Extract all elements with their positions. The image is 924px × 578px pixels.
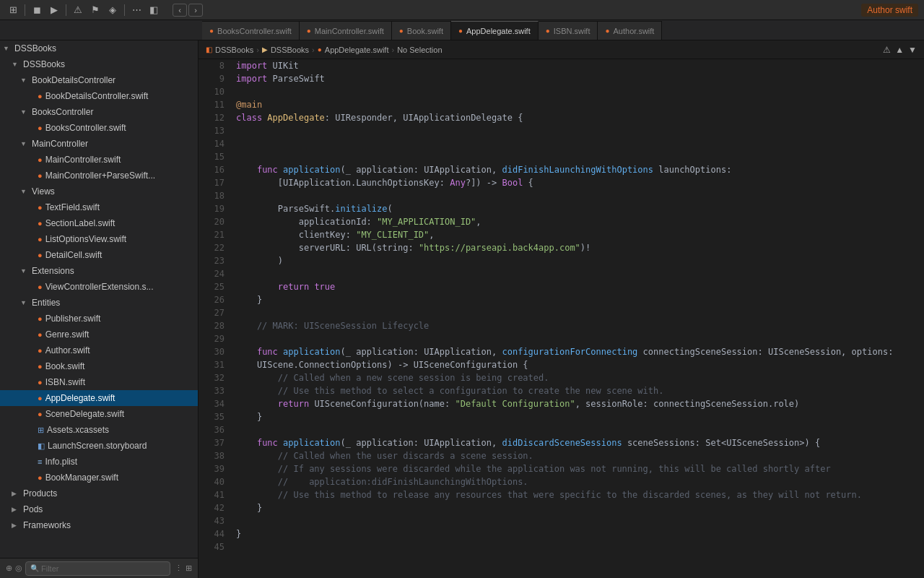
stop-icon[interactable]: ◼	[30, 3, 44, 17]
grid-icon[interactable]: ⊞	[6, 3, 20, 17]
sidebar-item-detailcell-swift[interactable]: ● DetailCell.swift	[0, 247, 198, 263]
shape-icon[interactable]: ◧	[147, 3, 161, 17]
sidebar-item-maincontroller-parse-swift[interactable]: ● MainController+ParseSwift...	[0, 168, 198, 184]
code-line	[236, 423, 914, 436]
tab-book[interactable]: ● Book.swift	[392, 21, 451, 40]
sidebar-item-entities[interactable]: ▼ Entities	[0, 295, 198, 311]
code-content[interactable]: import UIKitimport ParseSwift @mainclass…	[230, 59, 914, 578]
code-line: // MARK: UISceneSession Lifecycle	[236, 319, 914, 332]
tree-item-label: BookDetailsController.swift	[45, 91, 149, 101]
line-number: 14	[199, 137, 225, 150]
sidebar-item-listoptionsview-swift[interactable]: ● ListOptionsView.swift	[0, 231, 198, 247]
sidebar-item-bookdetailscontroller-swift[interactable]: ● BookDetailsController.swift	[0, 88, 198, 104]
tab-isbn[interactable]: ● ISBN.swift	[539, 21, 598, 40]
tree-item-label: MainController	[32, 139, 88, 149]
code-editor[interactable]: 8910111213141516171819202122232425262728…	[199, 59, 924, 578]
sidebar-view-icon[interactable]: ⋮	[175, 564, 183, 573]
sidebar-item-extensions[interactable]: ▼ Extensions	[0, 263, 198, 279]
file-icon: ●	[38, 378, 43, 387]
line-number: 22	[199, 241, 225, 254]
filter-box[interactable]: 🔍 Filter	[25, 561, 170, 576]
sidebar-item-author-swift[interactable]: ● Author.swift	[0, 342, 198, 358]
line-number: 31	[199, 358, 225, 371]
sidebar-item-pods[interactable]: ▶ Pods	[0, 501, 198, 517]
tab-app-delegate[interactable]: ● AppDelegate.swift	[451, 21, 539, 40]
swift-icon: ●	[605, 27, 609, 35]
line-number: 35	[199, 410, 225, 423]
breadcrumb-sep-2: ›	[312, 46, 315, 54]
sidebar-item-bookscontroller[interactable]: ▼ BooksController	[0, 104, 198, 120]
code-line: }	[236, 410, 914, 423]
line-number: 26	[199, 293, 225, 306]
sidebar-item-isbn-swift[interactable]: ● ISBN.swift	[0, 374, 198, 390]
diff-icon[interactable]: ⋯	[129, 3, 144, 17]
breadcrumb-down-icon[interactable]: ▼	[908, 45, 917, 55]
line-number: 28	[199, 319, 225, 332]
tab-author[interactable]: ● Author.swift	[598, 21, 662, 40]
sidebar-item-book-swift[interactable]: ● Book.swift	[0, 358, 198, 374]
sidebar-item-viewcontrollerextension-swift[interactable]: ● ViewControllerExtension.s...	[0, 279, 198, 295]
tab-books-controller[interactable]: ● BooksController.swift	[202, 21, 300, 40]
swift-icon: ●	[546, 27, 550, 35]
sidebar-item-assets-xcassets[interactable]: ⊞ Assets.xcassets	[0, 422, 198, 438]
sidebar-item-textfield-swift[interactable]: ● TextField.swift	[0, 199, 198, 215]
warning-icon[interactable]: ⚠	[71, 3, 85, 17]
line-number: 30	[199, 345, 225, 358]
line-number: 18	[199, 189, 225, 202]
code-line: clientKey: "MY_CLIENT_ID",	[236, 228, 914, 241]
sidebar-item-scenedelegate-swift[interactable]: ● SceneDelegate.swift	[0, 406, 198, 422]
tree-item-label: BooksController	[32, 107, 93, 117]
nav-forward-button[interactable]: ›	[188, 4, 203, 17]
sidebar-item-appdelegate-swift[interactable]: ● AppDelegate.swift	[0, 390, 198, 406]
sidebar-item-genre-swift[interactable]: ● Genre.swift	[0, 327, 198, 342]
line-number: 27	[199, 306, 225, 319]
file-icon: ●	[38, 219, 43, 228]
code-line: return UISceneConfiguration(name: "Defau…	[236, 397, 914, 410]
code-line: return true	[236, 280, 914, 293]
file-icon: ●	[38, 314, 43, 323]
tree-item-label: Views	[32, 186, 55, 197]
tree-item-label: ISBN.swift	[45, 377, 85, 387]
bookmark-icon[interactable]: ◈	[105, 3, 120, 17]
sidebar-item-bookmanager-swift[interactable]: ● BookManager.swift	[0, 470, 198, 486]
code-line	[236, 332, 914, 345]
tab-label: ISBN.swift	[554, 27, 590, 35]
file-icon: ●	[38, 282, 43, 291]
breadcrumb-actions: ⚠ ▲ ▼	[883, 45, 917, 55]
sidebar-item-dssbooks-root[interactable]: ▼ DSSBooks	[0, 40, 198, 56]
sidebar-footer-icon2: ◎	[15, 564, 22, 573]
sidebar-expand-icon[interactable]: ⊞	[186, 564, 192, 573]
tab-main-controller[interactable]: ● MainController.swift	[300, 21, 392, 40]
tab-label: Author.swift	[614, 27, 655, 35]
sidebar-item-sectionlabel-swift[interactable]: ● SectionLabel.swift	[0, 215, 198, 231]
line-numbers: 8910111213141516171819202122232425262728…	[199, 59, 230, 578]
run-icon[interactable]: ▶	[47, 3, 61, 17]
file-icon: ●	[38, 330, 43, 339]
code-line: @main	[236, 98, 914, 111]
sidebar-item-frameworks[interactable]: ▶ Frameworks	[0, 517, 198, 533]
sidebar-footer: ⊕ ◎ 🔍 Filter ⋮ ⊞	[0, 558, 198, 578]
sidebar-item-launchscreen-storyboard[interactable]: ◧ LaunchScreen.storyboard	[0, 438, 198, 454]
code-line: import ParseSwift	[236, 72, 914, 85]
tab-label: AppDelegate.swift	[466, 27, 531, 35]
breadcrumb-warning-icon[interactable]: ⚠	[883, 45, 891, 55]
sidebar-item-publisher-swift[interactable]: ● Publisher.swift	[0, 311, 198, 327]
sidebar-item-maincontroller-swift[interactable]: ● MainController.swift	[0, 152, 198, 168]
file-icon: ●	[38, 235, 43, 243]
sidebar-item-bookscontroller-swift[interactable]: ● BooksController.swift	[0, 120, 198, 136]
tree-arrow: ▼	[3, 45, 12, 52]
code-line: // Called when the user discards a scene…	[236, 449, 914, 462]
sidebar-item-bookdetailscontroller[interactable]: ▼ BookDetailsController	[0, 72, 198, 88]
line-number: 8	[199, 59, 225, 72]
sidebar-item-info-plist[interactable]: ≡ Info.plist	[0, 454, 198, 470]
nav-back-button[interactable]: ‹	[173, 4, 187, 17]
code-line: serverURL: URL(string: "https://parseapi…	[236, 241, 914, 254]
sidebar-item-products[interactable]: ▶ Products	[0, 486, 198, 501]
caution-icon[interactable]: ⚑	[88, 3, 103, 17]
sidebar-item-dssbooks-group[interactable]: ▼ DSSBooks	[0, 56, 198, 72]
code-line: applicationId: "MY_APPLICATION_ID",	[236, 215, 914, 228]
sidebar-item-views[interactable]: ▼ Views	[0, 184, 198, 199]
breadcrumb-up-icon[interactable]: ▲	[895, 45, 904, 55]
code-line: // Called when a new scene session is be…	[236, 371, 914, 384]
sidebar-item-maincontroller[interactable]: ▼ MainController	[0, 136, 198, 152]
